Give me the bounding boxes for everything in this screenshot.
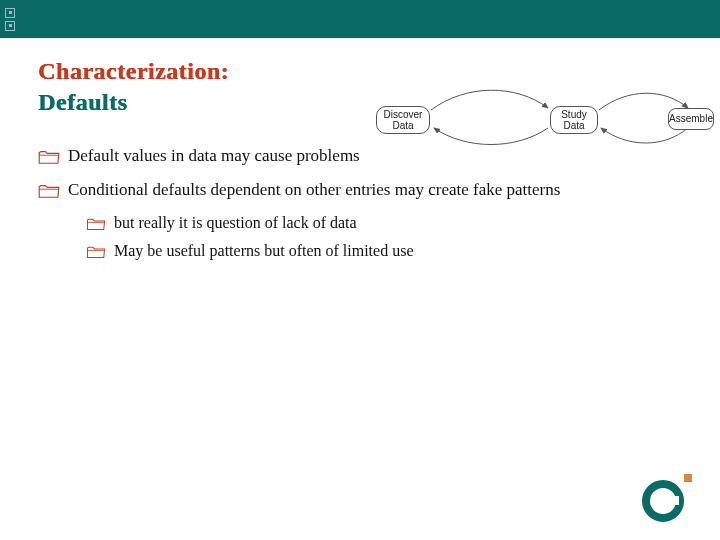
slide-controls bbox=[0, 0, 20, 38]
flow-diagram: Discover Data Study Data Assemble bbox=[366, 78, 714, 156]
bullet-list: Default values in data may cause problem… bbox=[38, 146, 692, 260]
logo-ring-icon bbox=[642, 480, 684, 522]
nav-next-icon[interactable] bbox=[5, 21, 15, 31]
folder-icon bbox=[86, 217, 106, 231]
sub-bullet-item: May be useful patterns but often of limi… bbox=[86, 242, 692, 260]
nav-prev-icon[interactable] bbox=[5, 8, 15, 18]
sub-bullet-item: but really it is question of lack of dat… bbox=[86, 214, 692, 232]
folder-icon bbox=[38, 183, 60, 199]
diagram-node-discover: Discover Data bbox=[376, 106, 430, 134]
bullet-text: Default values in data may cause problem… bbox=[68, 146, 360, 166]
diagram-node-assemble: Assemble bbox=[668, 108, 714, 130]
folder-icon bbox=[86, 245, 106, 259]
brand-logo bbox=[642, 470, 694, 522]
diagram-node-study: Study Data bbox=[550, 106, 598, 134]
folder-icon bbox=[38, 149, 60, 165]
bullet-item: Conditional defaults dependent on other … bbox=[38, 180, 692, 200]
sub-bullet-text: but really it is question of lack of dat… bbox=[114, 214, 357, 232]
header-bar bbox=[0, 0, 720, 38]
bullet-text: Conditional defaults dependent on other … bbox=[68, 180, 560, 200]
logo-accent-icon bbox=[684, 474, 692, 482]
sub-bullet-text: May be useful patterns but often of limi… bbox=[114, 242, 413, 260]
